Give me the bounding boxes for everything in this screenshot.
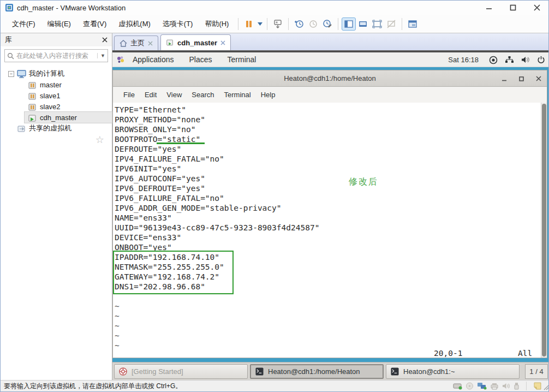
tree-node-label: master	[40, 81, 62, 89]
menu-help[interactable]: 帮助(H)	[199, 17, 235, 31]
printer-status-icon[interactable]	[490, 382, 499, 390]
tab-cdh-master[interactable]: cdh_master	[160, 34, 231, 50]
tab-home[interactable]: 主页	[114, 35, 158, 50]
config-line: DEVICE="ens33"	[115, 233, 547, 242]
terminal-scrollbar[interactable]	[541, 103, 547, 358]
workspace-switcher[interactable]: 1 / 4	[525, 364, 548, 379]
vm-running-icon	[166, 39, 174, 46]
snapshot-manager-button[interactable]	[320, 17, 335, 31]
tree-node-master[interactable]: master	[1, 79, 112, 90]
taskbar-button-getting-started[interactable]: [Getting Started]	[114, 364, 248, 379]
vi-status-line: 20,0-1 All	[113, 348, 547, 358]
menu-view[interactable]: 查看(V)	[77, 17, 112, 31]
terminal-maximize-icon[interactable]	[519, 76, 524, 81]
terminal-content[interactable]: TYPE="Ethernet" PROXY_METHOD="none" BROW…	[113, 103, 547, 358]
console-panel-button[interactable]	[405, 17, 420, 31]
network-icon[interactable]	[505, 56, 514, 64]
taskbar-button-terminal-tilde[interactable]: Heaton@cdh1:~	[386, 364, 520, 379]
taskbar-button-label: Heaton@cdh1:~	[403, 367, 455, 376]
menu-file[interactable]: 文件(F)	[6, 17, 41, 31]
library-search[interactable]: ▼	[4, 49, 108, 62]
terminal-minimize-icon[interactable]	[502, 76, 507, 81]
terminal-title: Heaton@cdh1:/home/Heaton	[284, 74, 376, 82]
expander-icon[interactable]: −	[8, 71, 14, 77]
gnome-clock[interactable]: Sat 16:18	[448, 56, 479, 64]
tree-node-my-computer[interactable]: − 我的计算机	[1, 68, 112, 79]
search-input[interactable]	[16, 52, 97, 60]
console-view-button[interactable]	[356, 17, 370, 31]
config-line: IPV6_ADDR_GEN_MODE="stable-privacy"	[115, 203, 547, 213]
applications-menu-icon[interactable]	[116, 55, 125, 64]
terminal-menu-view[interactable]: View	[162, 91, 187, 99]
annotation-underline-static	[157, 142, 205, 144]
tree-node-cdh-master[interactable]: cdh_master	[25, 112, 112, 123]
terminal-menu-file[interactable]: File	[118, 91, 140, 99]
gnome-menu-terminal[interactable]: Terminal	[220, 55, 264, 64]
status-message: 要将输入定向到该虚拟机，请在虚拟机内部单击或按 Ctrl+G。	[4, 382, 182, 391]
tree-node-label: slave2	[40, 103, 61, 111]
library-close-icon[interactable]	[102, 37, 108, 43]
vmware-app-icon	[5, 3, 14, 12]
vi-scroll-state: All	[518, 348, 532, 358]
tab-close-icon[interactable]	[220, 40, 225, 45]
config-line: DEFROUTE="yes"	[115, 144, 547, 154]
shared-vms-icon	[17, 124, 26, 133]
terminal-close-icon[interactable]	[536, 76, 541, 81]
resize-grip[interactable]	[542, 384, 549, 390]
terminal-app-icon	[255, 367, 264, 376]
maximize-button[interactable]	[508, 3, 518, 12]
hdd-status-icon[interactable]	[453, 382, 462, 390]
tree-node-label: cdh_master	[40, 114, 77, 122]
volume-icon[interactable]	[521, 56, 530, 64]
menu-edit[interactable]: 编辑(E)	[41, 17, 77, 31]
power-options-caret[interactable]	[256, 17, 264, 31]
vm-running-icon	[28, 114, 37, 122]
close-button[interactable]	[532, 3, 542, 12]
annotation-text: 修改后	[349, 177, 378, 187]
revert-snapshot-button[interactable]	[306, 17, 320, 31]
sound-status-icon[interactable]	[502, 382, 510, 390]
toolbar-separator	[238, 18, 238, 30]
minimize-button[interactable]	[484, 3, 494, 12]
pause-vm-button[interactable]	[242, 17, 256, 31]
vmware-window: cdh_master - VMware Workstation 文件(F) 编辑…	[0, 0, 549, 392]
menu-vm[interactable]: 虚拟机(M)	[112, 17, 157, 31]
favorite-star-icon[interactable]: ☆	[96, 134, 104, 146]
terminal-menu-search[interactable]: Search	[187, 91, 219, 99]
tree-node-slave2[interactable]: slave2	[1, 101, 112, 112]
accessibility-icon[interactable]	[489, 56, 498, 64]
vm-icon	[28, 81, 37, 89]
show-library-button[interactable]	[342, 17, 356, 31]
vm-console-screen[interactable]: Applications Places Terminal Sat 16:18 H…	[112, 51, 549, 380]
fullscreen-button[interactable]	[370, 17, 384, 31]
message-log-icon[interactable]	[533, 382, 542, 390]
vm-tree: − 我的计算机 master slave1 slave2 cdh_master	[1, 65, 112, 134]
unity-mode-button[interactable]	[384, 17, 398, 31]
send-ctrl-alt-del-button[interactable]	[271, 17, 285, 31]
library-panel: 库 ▼ − 我的计算机 master slave1 sl	[1, 33, 112, 380]
taskbar-button-terminal-home[interactable]: Heaton@cdh1:/home/Heaton	[250, 364, 384, 379]
taskbar-button-label: Heaton@cdh1:/home/Heaton	[268, 367, 360, 376]
terminal-menu-help[interactable]: Help	[256, 91, 281, 99]
power-icon[interactable]	[537, 56, 545, 64]
terminal-titlebar[interactable]: Heaton@cdh1:/home/Heaton	[113, 70, 547, 87]
config-line: BROWSER_ONLY="no"	[115, 124, 547, 134]
tab-bar: 主页 cdh_master	[112, 33, 549, 51]
config-line: IPV4_FAILURE_FATAL="no"	[115, 154, 547, 164]
terminal-menu-edit[interactable]: Edit	[140, 91, 162, 99]
vi-tilde: ~	[115, 331, 547, 341]
tab-close-icon[interactable]	[148, 41, 153, 46]
take-snapshot-button[interactable]	[292, 17, 306, 31]
terminal-menu-terminal[interactable]: Terminal	[219, 91, 256, 99]
tree-node-shared-vms[interactable]: 共享的虚拟机	[1, 123, 112, 134]
gnome-menu-applications[interactable]: Applications	[125, 55, 182, 64]
terminal-scrollbar-thumb[interactable]	[542, 104, 546, 357]
tree-node-slave1[interactable]: slave1	[1, 90, 112, 101]
usb-status-icon[interactable]	[514, 382, 520, 390]
menu-tabs[interactable]: 选项卡(T)	[157, 17, 199, 31]
search-dropdown-caret[interactable]: ▼	[97, 53, 105, 58]
cdrom-status-icon[interactable]	[466, 382, 474, 390]
network-status-icon[interactable]	[477, 382, 487, 390]
gnome-menu-places[interactable]: Places	[182, 55, 220, 64]
config-line: TYPE="Ethernet"	[115, 105, 547, 115]
